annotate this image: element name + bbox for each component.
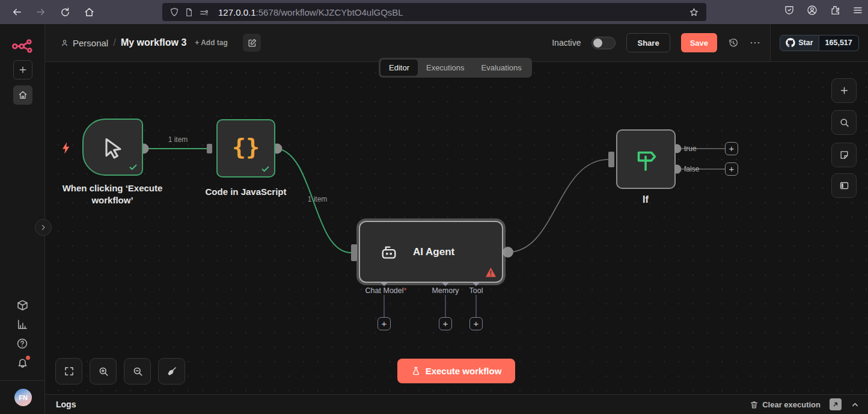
add-node-false-button[interactable]: + [725, 162, 738, 176]
success-check-icon [261, 164, 270, 173]
github-icon [786, 38, 795, 48]
node-label-trigger: When clicking ‘Execute workflow’ [43, 182, 182, 207]
account-icon[interactable] [807, 5, 818, 16]
add-workflow-button[interactable] [13, 60, 32, 79]
logs-panel-header[interactable]: Logs Clear execution [45, 394, 868, 414]
trash-icon [750, 400, 759, 409]
node-if[interactable] [616, 129, 676, 189]
cursor-icon [100, 134, 126, 161]
sidebar-footer: FN [0, 380, 45, 414]
node-manual-trigger[interactable] [82, 119, 143, 176]
code-braces-icon: {} [232, 134, 260, 160]
extensions-icon[interactable] [830, 5, 840, 16]
clear-execution-button[interactable]: Clear execution [750, 400, 821, 409]
github-section: Star 165,517 [770, 24, 868, 61]
avatar[interactable]: FN [14, 389, 32, 406]
node-title-ai-agent: AI Agent [413, 246, 454, 258]
edit-icon [248, 39, 257, 48]
left-sidebar: FN [0, 24, 45, 414]
workflow-canvas[interactable]: When clicking ‘Execute workflow’ {} Code… [45, 62, 868, 394]
add-node-button[interactable] [831, 78, 857, 103]
project-breadcrumb[interactable]: Personal [60, 38, 108, 48]
tracking-shield-icon[interactable] [784, 5, 795, 16]
tab-editor[interactable]: Editor [381, 60, 418, 76]
node-ai-agent[interactable]: AI Agent [359, 221, 503, 283]
add-node-true-button[interactable]: + [725, 142, 738, 155]
signpost-icon [632, 146, 660, 173]
status-label: Inactive [552, 38, 581, 48]
tidy-up-button[interactable] [158, 358, 185, 385]
save-button[interactable]: Save [681, 33, 717, 52]
home-icon[interactable] [79, 2, 99, 22]
port-label-tool: Tool [468, 286, 485, 295]
port-label-chat-model: Chat Model* [364, 286, 409, 295]
page-info-icon[interactable] [185, 8, 194, 17]
popout-icon [832, 401, 839, 408]
person-icon [60, 39, 69, 48]
notifications-bell-icon[interactable] [16, 357, 29, 369]
tab-evaluations[interactable]: Evaluations [473, 60, 530, 76]
flask-icon [411, 366, 421, 376]
github-star-count: 165,517 [819, 35, 859, 51]
shield-icon [170, 7, 179, 17]
active-toggle[interactable] [591, 37, 616, 49]
github-star-label: Star [798, 39, 813, 47]
port-label-memory: Memory [430, 286, 460, 295]
n8n-logo [11, 36, 34, 55]
forward-icon[interactable] [31, 2, 50, 22]
output-label-false: false [684, 165, 699, 173]
output-label-true: true [684, 144, 697, 153]
edge-item-count: 1 item [162, 135, 194, 144]
view-tabs: Editor Executions Evaluations [379, 58, 532, 78]
node-label-if: If [616, 193, 676, 206]
breadcrumb-separator: / [113, 37, 116, 49]
more-options-button[interactable]: ⋯ [750, 36, 761, 49]
workflow-header: Personal / My workflow 3 + Add tag Inact… [45, 24, 868, 62]
menu-icon[interactable] [852, 5, 863, 16]
zoom-out-button[interactable] [124, 358, 151, 385]
add-tag-button[interactable]: + Add tag [195, 39, 228, 47]
search-button[interactable] [831, 110, 857, 135]
collapse-logs-chevron-icon[interactable] [851, 400, 860, 409]
permissions-icon[interactable] [199, 7, 209, 17]
node-label-code: Code in JavaScript [186, 186, 306, 198]
overview-home-button[interactable] [13, 85, 32, 105]
edge-item-count: 1 item [302, 195, 333, 203]
help-icon[interactable] [16, 338, 28, 350]
sidebar-collapse-button[interactable] [35, 219, 52, 236]
add-tool-button[interactable]: + [469, 317, 483, 330]
warning-icon [485, 267, 497, 277]
breadcrumb: Personal / My workflow 3 + Add tag [60, 24, 228, 61]
open-logs-popout-button[interactable] [830, 398, 842, 410]
zoom-to-fit-button[interactable] [55, 358, 82, 385]
bookmark-star-icon[interactable] [689, 7, 699, 17]
add-chat-model-button[interactable]: + [377, 317, 391, 330]
logs-panel-button[interactable] [831, 173, 857, 198]
robot-icon [378, 241, 400, 263]
zoom-in-button[interactable] [90, 358, 117, 385]
notification-dot [26, 356, 30, 360]
success-check-icon [129, 162, 138, 171]
templates-icon[interactable] [16, 299, 29, 312]
logs-title: Logs [56, 400, 76, 409]
github-star-widget[interactable]: Star 165,517 [780, 35, 859, 51]
insights-icon[interactable] [16, 318, 28, 330]
share-button[interactable]: Share [626, 33, 670, 52]
browser-toolbar: 127.0.0.1:5678/workflow/KJZCYbtO4ulGQsBL [0, 0, 868, 24]
history-icon[interactable] [728, 37, 739, 48]
add-memory-button[interactable]: + [439, 317, 452, 330]
edit-workflow-button[interactable] [243, 34, 261, 52]
reload-icon[interactable] [55, 2, 75, 22]
back-icon[interactable] [7, 2, 26, 22]
node-code[interactable]: {} [216, 119, 275, 178]
url-text: 127.0.0.1:5678/workflow/KJZCYbtO4ulGQsBL [218, 7, 403, 17]
sticky-note-button[interactable] [831, 143, 857, 167]
trigger-bolt-icon [61, 141, 72, 155]
address-bar[interactable]: 127.0.0.1:5678/workflow/KJZCYbtO4ulGQsBL [162, 3, 706, 21]
workflow-name[interactable]: My workflow 3 [121, 37, 186, 48]
tab-executions[interactable]: Executions [418, 60, 473, 76]
execute-workflow-button[interactable]: Execute workflow [397, 359, 515, 383]
